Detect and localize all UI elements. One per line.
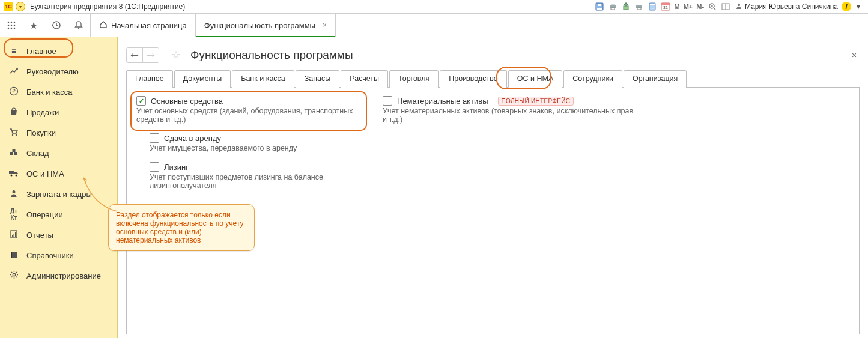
cart-icon bbox=[8, 127, 19, 139]
sidebar-item-bank[interactable]: ₽ Банк и касса bbox=[0, 82, 117, 102]
tab-production[interactable]: Производство bbox=[440, 70, 507, 88]
appbar: ★ Начальная страница Функциональность пр… bbox=[0, 14, 868, 37]
sidebar-item-label: Банк и касса bbox=[26, 88, 73, 97]
svg-point-40 bbox=[12, 134, 13, 135]
checkbox-leasing[interactable] bbox=[150, 162, 159, 172]
calendar-icon[interactable]: 31 bbox=[660, 1, 672, 12]
home-icon bbox=[99, 20, 108, 31]
tab-os-nma[interactable]: ОС и НМА bbox=[508, 70, 562, 88]
svg-line-61 bbox=[16, 277, 16, 277]
sidebar-item-os-nma[interactable]: ОС и НМА bbox=[0, 163, 117, 184]
favorites-star-icon[interactable]: ★ bbox=[26, 18, 41, 32]
svg-rect-54 bbox=[11, 252, 12, 258]
tab-stocks[interactable]: Запасы bbox=[296, 70, 339, 88]
current-user[interactable]: Мария Юрьевна Синичкина bbox=[733, 2, 840, 11]
save-icon[interactable] bbox=[593, 1, 605, 12]
svg-rect-5 bbox=[611, 8, 615, 10]
svg-point-34 bbox=[10, 28, 12, 29]
tab-functionality[interactable]: Функциональность программы × bbox=[196, 14, 336, 37]
sidebar-item-label: Операции bbox=[26, 210, 63, 219]
sidebar-item-sales[interactable]: Продажи bbox=[0, 102, 117, 122]
option-rent: Сдача в аренду Учет имущества, передавае… bbox=[150, 133, 365, 152]
svg-line-60 bbox=[11, 272, 12, 273]
svg-point-31 bbox=[10, 25, 12, 26]
close-icon[interactable]: × bbox=[323, 21, 327, 29]
notifications-bell-icon[interactable] bbox=[71, 18, 86, 32]
svg-point-16 bbox=[654, 8, 655, 9]
content-area: 🡐 🡒 ☆ Функциональность программы × Главн… bbox=[118, 37, 868, 338]
svg-point-28 bbox=[10, 22, 12, 23]
option-desc: Учет имущества, передаваемого в аренду bbox=[150, 144, 365, 152]
checkbox-fixed-assets[interactable]: ✓ bbox=[136, 96, 146, 106]
sidebar-item-label: Администрирование bbox=[26, 271, 101, 280]
tab-label: Запасы bbox=[305, 74, 330, 83]
checkbox-rent[interactable] bbox=[150, 133, 159, 143]
svg-point-47 bbox=[16, 174, 17, 176]
tab-organization[interactable]: Организация bbox=[624, 70, 687, 88]
tab-documents[interactable]: Документы bbox=[174, 70, 231, 88]
svg-point-14 bbox=[651, 8, 652, 9]
checkbox-intangible[interactable] bbox=[383, 96, 392, 106]
full-interface-badge: ПОЛНЫЙ ИНТЕРФЕЙС bbox=[498, 97, 574, 106]
svg-point-27 bbox=[7, 22, 9, 23]
app-logo-icon: 1C bbox=[4, 2, 13, 11]
tab-label: Сотрудники bbox=[572, 74, 613, 83]
close-page-button[interactable]: × bbox=[849, 50, 860, 61]
tab-main[interactable]: Главное bbox=[126, 70, 173, 88]
sidebar-item-warehouse[interactable]: Склад bbox=[0, 143, 117, 163]
tab-home[interactable]: Начальная страница bbox=[91, 14, 196, 37]
chart-up-icon bbox=[8, 66, 19, 77]
nav-back-button[interactable]: 🡐 bbox=[127, 48, 142, 62]
titlebar-menu-icon[interactable]: ▾ bbox=[852, 1, 864, 12]
svg-point-13 bbox=[654, 7, 655, 8]
memory-m-button[interactable]: M bbox=[673, 1, 681, 12]
option-desc: Учет основных средств (зданий, оборудова… bbox=[136, 107, 365, 124]
bag-icon bbox=[8, 107, 19, 118]
tab-label: Банк и касса bbox=[241, 74, 285, 83]
print2-icon[interactable] bbox=[633, 1, 645, 12]
sidebar-item-manager[interactable]: Руководителю bbox=[0, 61, 117, 82]
tab-bank[interactable]: Банк и касса bbox=[232, 70, 294, 88]
sidebar-item-admin[interactable]: Администрирование bbox=[0, 265, 117, 286]
svg-rect-6 bbox=[624, 6, 628, 10]
memory-mplus-button[interactable]: M+ bbox=[682, 1, 694, 12]
tab-calculations[interactable]: Расчеты bbox=[341, 70, 388, 88]
truck-icon bbox=[8, 169, 19, 179]
svg-point-26 bbox=[738, 3, 740, 5]
panel-icon[interactable] bbox=[720, 1, 732, 12]
apps-grid-icon[interactable] bbox=[4, 18, 19, 32]
svg-point-11 bbox=[651, 7, 652, 8]
sidebar-item-purchases[interactable]: Покупки bbox=[0, 122, 117, 143]
nav-forward-button[interactable]: 🡒 bbox=[142, 48, 159, 62]
sidebar-item-label: Покупки bbox=[26, 128, 56, 137]
tab-employees[interactable]: Сотрудники bbox=[563, 70, 622, 88]
svg-point-35 bbox=[13, 28, 15, 29]
calculator-icon[interactable] bbox=[646, 1, 658, 12]
page-title: Функциональность программы bbox=[190, 49, 353, 62]
sidebar-item-catalogs[interactable]: Справочники bbox=[0, 245, 117, 265]
svg-point-33 bbox=[7, 28, 9, 29]
svg-rect-51 bbox=[14, 234, 15, 237]
history-icon[interactable] bbox=[49, 18, 64, 32]
window-title: Бухгалтерия предприятия 8 (1С:Предприяти… bbox=[30, 2, 185, 11]
info-icon[interactable]: i bbox=[842, 2, 851, 11]
favorite-star-icon[interactable]: ☆ bbox=[171, 49, 181, 62]
tab-trade[interactable]: Торговля bbox=[389, 70, 439, 88]
option-desc: Учет поступивших предметов лизинга на ба… bbox=[150, 173, 365, 190]
svg-line-63 bbox=[16, 272, 16, 273]
svg-text:₽: ₽ bbox=[12, 88, 16, 94]
option-label: Сдача в аренду bbox=[164, 134, 221, 143]
svg-rect-4 bbox=[611, 4, 615, 5]
sidebar-item-salary[interactable]: Зарплата и кадры bbox=[0, 184, 117, 204]
titlebar-menu-button[interactable]: ▾ bbox=[16, 2, 25, 11]
print-icon[interactable] bbox=[607, 1, 619, 12]
memory-mminus-button[interactable]: M- bbox=[695, 1, 705, 12]
to-file-icon[interactable] bbox=[620, 1, 632, 12]
sidebar-item-operations[interactable]: ДтКт Операции bbox=[0, 204, 117, 225]
sidebar-item-label: ОС и НМА bbox=[26, 169, 64, 178]
sidebar-item-main[interactable]: ≡ Главное bbox=[0, 41, 117, 61]
sidebar-item-reports[interactable]: Отчеты bbox=[0, 225, 117, 245]
tab-label: Организация bbox=[633, 74, 678, 83]
zoom-icon[interactable] bbox=[706, 1, 718, 12]
svg-rect-45 bbox=[9, 171, 14, 174]
